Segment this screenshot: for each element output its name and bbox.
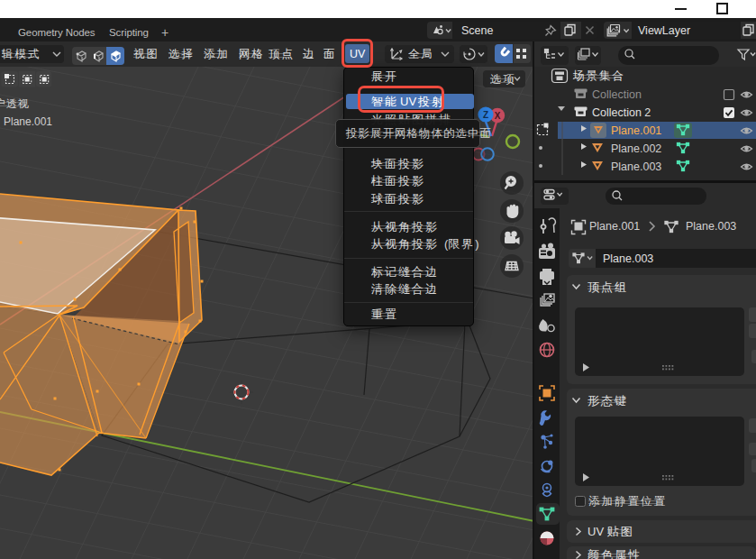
- svg-text:X: X: [495, 111, 501, 121]
- svg-text:Z: Z: [483, 110, 488, 120]
